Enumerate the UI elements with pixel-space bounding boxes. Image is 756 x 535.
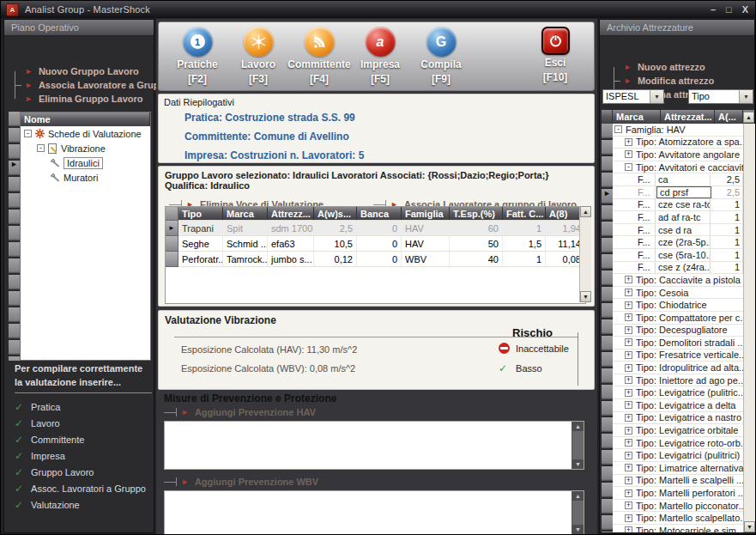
piano-menu-item-0[interactable]: ►Nuovo Gruppo Lavoro [13,64,154,78]
archivio-tipo-row[interactable]: +Tipo: Demolitori stradali ... [613,337,743,350]
archivio-item-row[interactable]: F...ca2,5 [613,173,743,186]
archivio-menu-item-1[interactable]: ►Modifica attrezzo [612,74,753,88]
scroll-up-icon[interactable]: ▲ [572,491,584,501]
tree-row-idraulici[interactable]: Idraulici [21,155,150,170]
archivio-tipo-row[interactable]: +Tipo: Compattatore per c... [613,312,743,325]
expander-icon[interactable]: + [625,313,632,321]
archivio-tipo-row[interactable]: +Tipo: Avvitatore angolare [613,149,743,161]
expander-icon[interactable]: + [625,289,632,296]
piano-menu-item-2[interactable]: ►Elimina Gruppo Lavoro [13,92,154,106]
archivio-tipo-row[interactable]: +Tipo: Levigatrice roto-orb... [613,437,743,450]
col-tesp[interactable]: T.Esp.(%) [450,207,503,220]
col-famiglia[interactable]: Famiglia [402,207,450,220]
col-marca[interactable]: Marca [223,207,268,220]
scroll-up-icon[interactable]: ▲ [743,112,754,123]
expander-icon[interactable]: + [625,326,632,334]
expander-icon[interactable]: + [625,502,632,509]
col-banca[interactable]: Banca [357,207,402,220]
archivio-tipo-row[interactable]: +Tipo: Levigatrice orbitale [613,424,743,437]
titlebar[interactable]: A Analist Group - MasterShock – □ X [1,1,756,18]
archivio-tipo-row[interactable]: +Tipo: Cacciavite a pistola [613,274,743,287]
expander-icon[interactable]: + [625,351,632,359]
table-row[interactable]: SegheSchmid ...efa6310,50HAV501,511,14 [166,236,585,252]
aggiungi-prevenzione-hav-link[interactable]: ► Aggiungi Prevenzione HAV [158,406,595,418]
archivio-item-row[interactable]: F...ad af ra-tc1 [613,211,743,224]
expander-icon[interactable]: + [625,150,632,158]
expander-icon[interactable]: + [625,338,632,346]
attrezzature-table-scrollbar[interactable]: ▲ ▼ [579,206,591,302]
fonte-combobox[interactable]: ISPESL ▼ [602,89,664,104]
expander-icon[interactable]: + [625,526,632,532]
table-row[interactable]: ►TrapaniSpitsdm 17002,50HAV6011,94 [166,221,585,236]
tipo-combobox[interactable]: Tipo ▼ [688,89,753,104]
expander-icon[interactable]: + [625,276,632,283]
compila-button[interactable]: GCompila[F9] [413,27,469,86]
archivio-tipo-row[interactable]: +Tipo: Levigatrice (pulitric... [613,386,743,399]
committente-button[interactable]: Committente[F4] [291,27,348,86]
scroll-up-icon[interactable]: ▲ [572,422,584,431]
archivio-tipo-row[interactable]: +Tipo: Atomizzatore a spa... [613,137,743,149]
expander-icon[interactable]: + [625,439,632,447]
prevenzione-hav-textarea[interactable]: ▲▼ [164,421,584,470]
archivio-item-row[interactable]: F...cze (2ra-5p...1 [613,236,743,249]
scroll-down-icon[interactable]: ▼ [580,291,591,302]
table-row[interactable]: Perforatr...Tamrock...jumbo s...0,120WBV… [166,252,585,267]
col-attrezz[interactable]: Attrezz... [268,207,314,220]
archivio-tipo-row[interactable]: +Tipo: Levigatrici (pulitrici) [613,449,743,462]
expander-icon[interactable]: + [625,138,632,146]
archivio-tipo-row[interactable]: +Tipo: Martello scalpellato... [613,512,743,525]
hav-textarea-scrollbar[interactable]: ▲▼ [572,422,584,469]
col-a[interactable]: A(... [715,110,743,124]
attrezzature-table[interactable]: TipoMarcaAttrezz...A(w)s...BancaFamiglia… [165,206,586,304]
archivio-tipo-row[interactable]: +Tipo: Iniettore ad ago pe... [613,374,743,387]
chevron-down-icon[interactable]: ▼ [650,90,663,103]
archivio-item-row[interactable]: F...cd prsf2,5 [613,186,743,199]
col-attrezzatura[interactable]: Attrezzat... [661,110,715,124]
archivio-tipo-row[interactable]: +Tipo: Fresatrice verticale... [613,350,743,362]
scroll-up-icon[interactable]: ▲ [580,206,591,217]
expander-icon[interactable]: + [625,477,632,484]
archivio-tipo-row[interactable]: +Tipo: Martelli e scalpelli ... [613,475,743,488]
close-button[interactable]: X [742,4,748,15]
col-marca[interactable]: Marca [613,110,661,124]
wbv-textarea-scrollbar[interactable]: ▲▼ [572,491,584,534]
tree-row-schede-di-valutazione[interactable]: -Schede di Valutazione [21,126,150,141]
chevron-down-icon[interactable]: ▼ [739,90,753,103]
row-header-cell[interactable]: ► [166,221,178,236]
archivio-item-row[interactable]: F...cse z (z4ra...1 [613,262,743,275]
col-tipo[interactable]: Tipo [178,207,223,220]
archivio-tipo-row[interactable]: +Tipo: Decespugliatore [613,325,743,337]
scroll-down-icon[interactable]: ▼ [572,525,584,534]
expander-icon[interactable]: - [37,144,45,152]
archivio-tipo-row[interactable]: -Tipo: Avvitatori e cacciaviti [613,161,743,174]
expander-icon[interactable]: + [625,514,632,522]
expander-icon[interactable]: + [625,489,632,497]
expander-icon[interactable]: + [625,414,632,422]
expander-icon[interactable]: - [614,125,622,133]
lavoro-button[interactable]: Lavoro[F3] [230,27,287,86]
expander-icon[interactable]: - [625,163,632,171]
pratiche-button[interactable]: 1Pratiche[F2] [169,27,226,86]
item-editor-cell[interactable]: cd prsf [656,186,711,198]
expander-icon[interactable]: + [625,427,632,435]
tree-row-vibrazione[interactable]: -Vibrazione [21,141,150,155]
expander-icon[interactable]: + [625,464,632,471]
tree-row-muratori[interactable]: Muratori [21,170,150,185]
archivio-tipo-row[interactable]: +Tipo: Levigatrice a nastro [613,412,743,425]
expander-icon[interactable]: + [625,301,632,309]
expander-icon[interactable]: + [625,401,632,409]
archivio-tipo-row[interactable]: +Tipo: Chiodatrice [613,299,743,312]
expander-icon[interactable]: - [24,130,32,137]
expander-icon[interactable]: + [625,364,632,372]
archivio-tipo-row[interactable]: +Tipo: Cesoia [613,287,743,300]
archivio-tipo-row[interactable]: +Tipo: Martelli perforatori ... [613,487,743,500]
archivio-tipo-row[interactable]: +Tipo: Levigatrice a delta [613,399,743,412]
expander-icon[interactable]: + [625,376,632,384]
prevenzione-wbv-textarea[interactable]: ▲▼ [164,490,584,535]
aggiungi-prevenzione-wbv-link[interactable]: ► Aggiungi Prevenzione WBV [158,476,595,488]
scroll-down-icon[interactable]: ▼ [744,521,755,532]
archivio-family-row[interactable]: -Famiglia: HAV [613,124,743,137]
archivio-item-row[interactable]: F...cze cse ra-tc1 [613,199,743,212]
archivio-menu-item-0[interactable]: ►Nuovo attrezzo [612,60,753,74]
archivio-tipo-row[interactable]: +Tipo: Idropulitrice ad alta... [613,362,743,374]
